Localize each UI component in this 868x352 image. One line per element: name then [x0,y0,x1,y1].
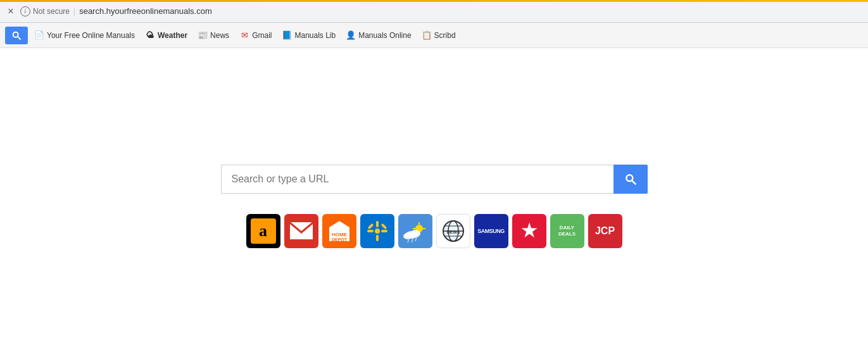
bookmark-manuals-online[interactable]: 👤 Manuals Online [342,28,415,42]
bookmark-icon-gmail: ✉ [239,30,249,41]
bookmark-scribd[interactable]: 📋 Scribd [418,28,460,42]
search-button-main[interactable] [613,165,648,194]
jcp-logo-text: JCP [595,225,615,237]
bookmark-weather[interactable]: 🌤 Weather [141,28,191,42]
bookmark-manuals-lib[interactable]: 📘 Manuals Lib [278,28,339,42]
bookmark-label-manuals-online: Manuals Online [358,31,411,40]
quick-link-samsung[interactable]: SAMSUNG [474,214,508,248]
bookmark-icon-scribd: 📋 [422,30,432,41]
not-secure-label: Not secure [33,7,70,16]
svg-rect-15 [381,230,387,232]
svg-point-0 [13,32,18,37]
svg-rect-13 [376,235,379,241]
svg-point-2 [626,175,632,181]
quick-links: a HOME DEPOT [246,214,622,248]
daily-deals-label: DAILYDEALS [558,225,576,237]
bookmark-icon-weather: 🌤 [145,30,155,41]
bookmark-your-free-online-manuals[interactable]: 📄 Your Free Online Manuals [30,28,139,42]
bookmark-label-scribd: Scribd [434,31,456,40]
svg-rect-12 [376,221,379,227]
quick-link-jcp[interactable]: JCP [588,214,622,248]
bookmarks-bar: 📄 Your Free Online Manuals 🌤 Weather 📰 N… [0,23,868,48]
walmart-spark-icon [366,220,389,242]
quick-link-macys[interactable]: ★ [512,214,546,248]
bookmark-label-weather: Weather [158,31,187,40]
search-icon-main [624,173,637,185]
info-icon: i [20,6,30,16]
separator: | [73,7,75,16]
svg-text:NEWS: NEWS [446,230,460,234]
svg-line-1 [18,37,21,40]
search-container [221,165,648,194]
bookmark-gmail[interactable]: ✉ Gmail [236,28,275,42]
bookmark-label-manuals-lib: Manuals Lib [294,31,336,40]
macys-star-icon: ★ [521,222,537,240]
svg-line-28 [415,237,417,241]
search-input[interactable] [221,165,613,194]
svg-rect-17 [381,223,387,230]
quick-link-gmail[interactable] [284,214,318,248]
homedepot-logo-icon: HOME DEPOT [328,220,351,242]
svg-point-11 [375,229,380,234]
url-display[interactable]: search.hyourfreeonlinemanuals.com [79,6,212,16]
bookmark-icon-manuals: 📄 [34,30,44,41]
security-indicator: i Not secure | search.hyourfreeonlineman… [20,6,212,16]
svg-rect-14 [367,230,374,232]
bookmark-icon-news: 📰 [198,30,208,41]
quick-link-walmart[interactable] [360,214,394,248]
svg-text:HOME: HOME [332,232,348,237]
bookmark-icon-manuals-lib: 📘 [282,30,292,41]
bookmark-news[interactable]: 📰 News [194,28,233,42]
weather-cloud-sun-icon [401,220,429,242]
svg-text:DEPOT: DEPOT [331,237,347,242]
gmail-envelope-icon [289,222,313,240]
close-tab-button[interactable]: × [6,7,15,16]
bookmark-icon-manuals-online: 👤 [346,30,356,41]
samsung-logo-text: SAMSUNG [477,228,505,234]
bookmark-label-gmail: Gmail [252,31,272,40]
svg-rect-16 [367,223,374,230]
browser-address-bar: × i Not secure | search.hyourfreeonlinem… [0,0,868,23]
search-icon [11,30,22,41]
amazon-logo-letter: a [259,222,267,241]
quick-link-amazon[interactable]: a [246,214,280,248]
svg-line-27 [412,239,413,242]
quick-link-homedepot[interactable]: HOME DEPOT [322,214,356,248]
quick-link-weather[interactable] [398,214,432,248]
news-globe-icon: NEWS [441,218,466,244]
bookmark-label-your-free-online-manuals: Your Free Online Manuals [47,31,135,40]
svg-point-25 [403,233,412,239]
bookmarks-search-button[interactable] [5,27,28,44]
svg-line-3 [632,181,636,185]
quick-link-dailydeals[interactable]: DAILYDEALS [550,214,584,248]
bookmark-label-news: News [210,31,229,40]
quick-link-news[interactable]: NEWS [436,214,470,248]
main-content: a HOME DEPOT [0,48,868,352]
